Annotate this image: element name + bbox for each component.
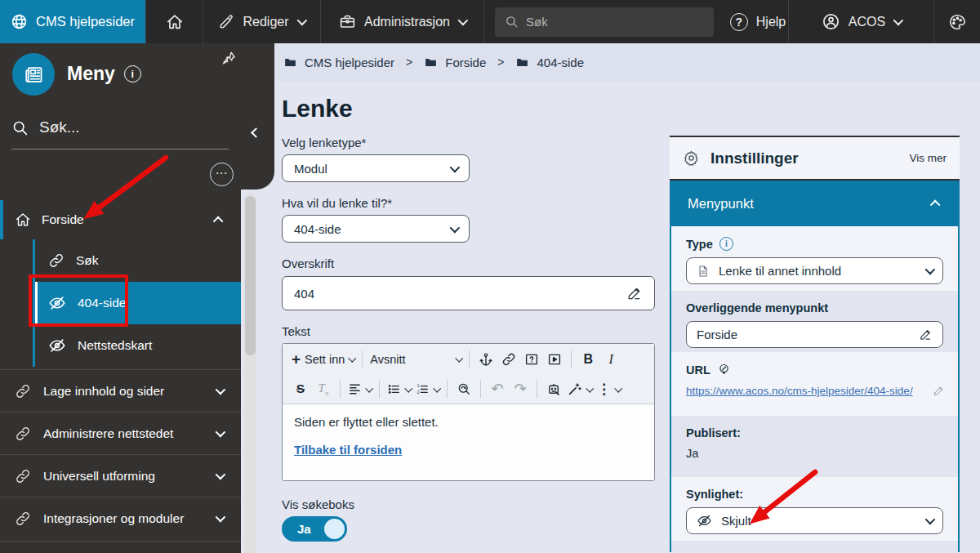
- topbar-search-input[interactable]: [526, 15, 689, 29]
- home-button[interactable]: [146, 0, 203, 43]
- toolbar-divider: [362, 350, 363, 368]
- link-icon: [48, 252, 65, 269]
- user-menu[interactable]: ACOS: [789, 0, 933, 43]
- chevron-down-icon: [216, 385, 226, 395]
- gear-icon: [683, 149, 700, 167]
- help-box-button[interactable]: [520, 348, 543, 371]
- sidebar-item-lage-innhold[interactable]: Lage innhold og sider: [0, 369, 241, 412]
- insert-menu-button[interactable]: + Sett inn: [289, 348, 357, 371]
- paragraph-format-select[interactable]: Avsnitt: [368, 348, 464, 371]
- url-section: URL https://www.acos.no/cms-hjelpesider/…: [670, 352, 960, 416]
- home-icon: [166, 13, 184, 31]
- sidebar-search-input[interactable]: [39, 118, 203, 136]
- breadcrumb-item[interactable]: Forside: [424, 56, 486, 69]
- sidebar-item-label: Integrasjoner og moduler: [43, 511, 184, 526]
- overskrift-input[interactable]: 404: [282, 276, 655, 310]
- topbar-search[interactable]: [495, 7, 714, 37]
- ellipsis-icon: ⋯: [216, 166, 229, 181]
- editor-link[interactable]: Tilbake til forsiden: [294, 443, 402, 457]
- sidebar-item-partial[interactable]: [0, 541, 241, 553]
- strikethrough-button[interactable]: S: [289, 377, 312, 400]
- numbered-list-button[interactable]: 12: [413, 377, 442, 400]
- redo-icon: ↷: [514, 380, 526, 398]
- more-options-button[interactable]: ⋯: [210, 163, 234, 186]
- vis-sokeboks-toggle[interactable]: Ja: [282, 516, 347, 542]
- sidebar-item-forside[interactable]: Forside: [0, 200, 241, 239]
- sidebar-item-administrere[interactable]: Administrere nettstedet: [0, 412, 241, 454]
- user-icon: [822, 12, 840, 31]
- more-toolbar-button[interactable]: ⋮: [595, 377, 623, 400]
- sidebar-header: Meny i: [67, 63, 141, 85]
- administrasjon-menu[interactable]: Administrasjon: [321, 0, 483, 43]
- chevron-down-icon: [433, 384, 441, 392]
- user-label: ACOS: [849, 15, 885, 29]
- type-select[interactable]: Lenke til annet innhold: [686, 257, 943, 284]
- active-section-indicator: [0, 200, 3, 239]
- chevron-down-icon: [925, 515, 936, 525]
- sidebar-item-label: Forside: [42, 212, 84, 227]
- page-url-link[interactable]: https://www.acos.no/cms-hjelpesider/404-…: [686, 385, 913, 397]
- sidebar-item-label: Universell utforming: [43, 469, 155, 484]
- toolbar-divider: [537, 380, 537, 398]
- parent-input[interactable]: Forside: [686, 321, 943, 348]
- sidebar-scrollbar-thumb[interactable]: [245, 196, 256, 355]
- newspaper-icon: [23, 64, 45, 86]
- magic-wand-button[interactable]: [565, 377, 595, 400]
- chevron-down-icon: [450, 162, 461, 172]
- lenketype-label: Velg lenketype*: [282, 136, 366, 149]
- sidebar-item-label: Lage innhold og sider: [43, 384, 164, 399]
- chevron-down-icon: [349, 355, 357, 363]
- breadcrumb-item[interactable]: 404-side: [515, 56, 584, 69]
- bold-button[interactable]: B: [577, 348, 599, 371]
- publisert-value: Ja: [686, 447, 943, 460]
- sidebar-item-integrasjoner[interactable]: Integrasjoner og moduler: [0, 497, 241, 539]
- synlighet-select[interactable]: Skjult: [686, 507, 943, 534]
- menypunkt-accordion-header[interactable]: Menypunkt: [670, 181, 960, 226]
- clear-formatting-button[interactable]: Tx: [312, 377, 335, 400]
- brand-button[interactable]: CMS hjelpesider: [0, 0, 145, 43]
- publisert-label: Publisert:: [686, 426, 943, 439]
- find-replace-button[interactable]: [452, 377, 475, 400]
- required-asterisk: *: [387, 196, 392, 210]
- editor-content[interactable]: Siden er flyttet eller slettet. Tilbake …: [283, 404, 654, 480]
- sidebar-item-label: Nettstedskart: [78, 338, 152, 353]
- sidebar-search[interactable]: [11, 118, 229, 149]
- redo-button[interactable]: ↷: [509, 377, 532, 400]
- italic-button[interactable]: I: [599, 348, 622, 371]
- pencil-icon[interactable]: [933, 385, 945, 397]
- sidebar-item-nettstedskart[interactable]: Nettstedskart: [35, 324, 241, 367]
- vis-sokeboks-label: Vis søkeboks: [282, 497, 354, 511]
- folder-icon: [283, 56, 297, 69]
- menu-module-badge: [12, 53, 55, 96]
- vis-mer-link[interactable]: Vis mer: [909, 152, 947, 164]
- anchor-button[interactable]: [474, 348, 497, 371]
- info-icon[interactable]: i: [719, 237, 733, 251]
- toolbar-divider: [571, 350, 572, 368]
- settings-title: Innstillinger: [710, 149, 799, 167]
- chevron-down-icon: [365, 384, 373, 392]
- eye-slash-icon: [697, 513, 712, 528]
- info-icon[interactable]: i: [124, 65, 141, 83]
- insert-media-button[interactable]: [543, 348, 566, 371]
- bullet-list-button[interactable]: [385, 377, 413, 400]
- rediger-menu[interactable]: Rediger: [203, 0, 320, 43]
- editor-toolbar-row1: + Sett inn Avsnitt: [283, 344, 654, 374]
- undo-button[interactable]: ↶: [486, 377, 509, 400]
- sidebar-item-label: Administrere nettstedet: [43, 426, 173, 441]
- lenketil-select[interactable]: 404-side: [282, 215, 470, 243]
- pin-icon[interactable]: [220, 50, 237, 66]
- accessibility-check-button[interactable]: [542, 377, 565, 400]
- sidebar-item-universell[interactable]: Universell utforming: [0, 454, 241, 497]
- chevron-down-icon: [404, 384, 412, 392]
- theme-button[interactable]: [934, 0, 980, 43]
- question-circle-icon: ?: [730, 13, 748, 31]
- breadcrumb-item[interactable]: CMS hjelpesider: [283, 56, 394, 69]
- align-button[interactable]: [345, 377, 374, 400]
- lenketype-select[interactable]: Modul: [282, 154, 470, 182]
- hjelp-button[interactable]: ? Hjelp: [728, 0, 788, 43]
- chevron-down-icon: [296, 16, 307, 26]
- insert-link-button[interactable]: [497, 348, 520, 371]
- kebab-icon: ⋮: [597, 381, 611, 398]
- settings-panel: Innstillinger Vis mer Menypunkt Type i L…: [670, 136, 960, 552]
- numbered-list-icon: 12: [416, 382, 430, 396]
